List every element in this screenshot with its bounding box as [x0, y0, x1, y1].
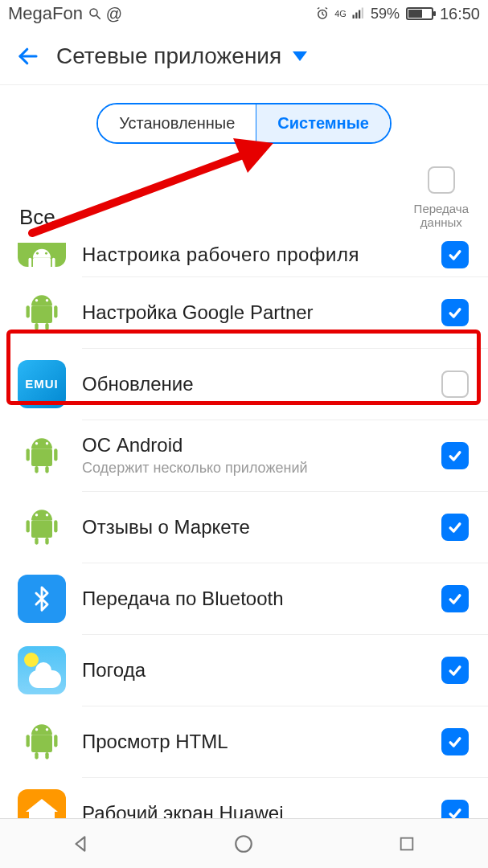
svg-rect-22 [35, 323, 38, 330]
app-list: Настроика рабочего профиля Настройка Goo… [0, 238, 488, 869]
network-label: 4G [334, 9, 347, 18]
svg-point-17 [36, 252, 39, 254]
svg-point-24 [35, 299, 38, 301]
android-icon [18, 289, 66, 337]
svg-point-0 [90, 9, 97, 16]
signal-icon [351, 6, 366, 21]
app-checkbox[interactable] [441, 657, 469, 684]
svg-rect-13 [29, 257, 32, 266]
app-title: Отзывы о Маркете [82, 516, 425, 538]
android-icon [18, 503, 66, 551]
app-icon [18, 243, 66, 267]
svg-rect-9 [359, 10, 360, 19]
at-icon: @ [107, 6, 121, 21]
svg-rect-21 [54, 305, 57, 317]
nav-recent[interactable] [392, 829, 421, 858]
svg-line-6 [326, 8, 327, 10]
android-icon [18, 718, 66, 766]
app-sub: Содержит несколько приложений [82, 460, 425, 477]
select-all-row: Все Передачаданных [0, 155, 488, 238]
app-title: Настройка Google Partner [82, 301, 425, 324]
svg-rect-12 [33, 257, 51, 266]
app-checkbox[interactable] [441, 299, 469, 326]
app-checkbox[interactable] [441, 241, 469, 268]
svg-rect-43 [35, 752, 38, 760]
svg-rect-35 [54, 520, 57, 532]
carrier-label: MegaFon [8, 3, 83, 24]
app-checkbox[interactable] [441, 585, 469, 612]
clock: 16:50 [440, 5, 480, 23]
app-checkbox[interactable] [441, 371, 469, 398]
app-checkbox[interactable] [441, 442, 469, 469]
svg-rect-26 [31, 448, 52, 466]
app-row[interactable]: Просмотр HTML [0, 706, 488, 777]
svg-rect-40 [31, 735, 52, 752]
svg-rect-7 [352, 15, 354, 19]
alarm-icon [315, 6, 330, 21]
svg-rect-52 [400, 837, 412, 850]
app-title: ОС Android [82, 434, 425, 457]
app-title: Просмотр HTML [82, 731, 425, 753]
tab-segment: Установленные Системные [0, 85, 488, 155]
svg-point-51 [236, 836, 252, 852]
svg-line-5 [318, 8, 319, 10]
app-row[interactable]: EMUI Обновление [0, 349, 488, 420]
app-title: Обновление [82, 373, 425, 395]
svg-point-39 [46, 514, 48, 516]
app-title: Передача по Bluetooth [82, 588, 425, 610]
back-button[interactable] [14, 43, 42, 70]
svg-rect-27 [27, 448, 30, 461]
svg-rect-29 [35, 466, 38, 473]
svg-point-38 [35, 514, 38, 516]
nav-home[interactable] [229, 829, 258, 858]
svg-rect-28 [54, 448, 57, 461]
title-dropdown[interactable]: Сетевые приложения [56, 43, 307, 69]
tab-installed[interactable]: Установленные [98, 104, 256, 142]
svg-rect-37 [45, 538, 48, 545]
page-title: Сетевые приложения [56, 43, 281, 69]
app-row[interactable]: Отзывы о Маркете [0, 492, 488, 563]
svg-rect-19 [31, 305, 52, 323]
app-row[interactable]: Передача по Bluetooth [0, 563, 488, 634]
emui-icon: EMUI [18, 360, 66, 408]
svg-line-4 [322, 14, 324, 16]
svg-rect-41 [27, 735, 30, 747]
svg-rect-23 [45, 323, 48, 330]
app-checkbox[interactable] [441, 514, 469, 541]
svg-rect-20 [27, 305, 30, 317]
all-label: Все [19, 205, 55, 230]
svg-point-32 [46, 442, 48, 444]
battery-icon [406, 7, 433, 20]
svg-point-45 [35, 728, 38, 731]
svg-rect-30 [45, 466, 48, 473]
svg-rect-33 [31, 520, 52, 538]
chevron-down-icon [293, 51, 307, 61]
svg-rect-44 [45, 752, 48, 760]
bluetooth-icon [18, 575, 66, 623]
svg-rect-8 [355, 13, 357, 19]
svg-point-46 [46, 728, 48, 731]
search-icon [88, 6, 102, 21]
svg-point-31 [35, 442, 38, 444]
app-bar: Сетевые приложения [0, 27, 488, 85]
app-row[interactable]: Погода [0, 635, 488, 706]
svg-point-18 [45, 252, 47, 254]
tab-system[interactable]: Системные [256, 104, 390, 142]
app-row[interactable]: Настроика рабочего профиля [0, 238, 488, 276]
nav-back[interactable] [67, 829, 96, 858]
select-all-checkbox[interactable] [428, 166, 455, 194]
svg-point-25 [46, 299, 48, 301]
status-bar: MegaFon @ 4G 59% 16:50 [0, 0, 488, 27]
android-icon [18, 432, 66, 480]
app-checkbox[interactable] [441, 728, 469, 755]
app-row[interactable]: Настройка Google Partner [0, 277, 488, 348]
app-title: Погода [82, 659, 425, 682]
svg-rect-42 [54, 735, 57, 747]
app-row[interactable]: ОС AndroidСодержит несколько приложений [0, 420, 488, 491]
svg-rect-36 [35, 538, 38, 545]
svg-rect-14 [52, 257, 55, 266]
svg-rect-10 [362, 8, 363, 19]
app-title: Настроика рабочего профиля [82, 244, 425, 266]
svg-line-1 [96, 15, 100, 19]
data-column-label: Передачаданных [414, 202, 469, 230]
